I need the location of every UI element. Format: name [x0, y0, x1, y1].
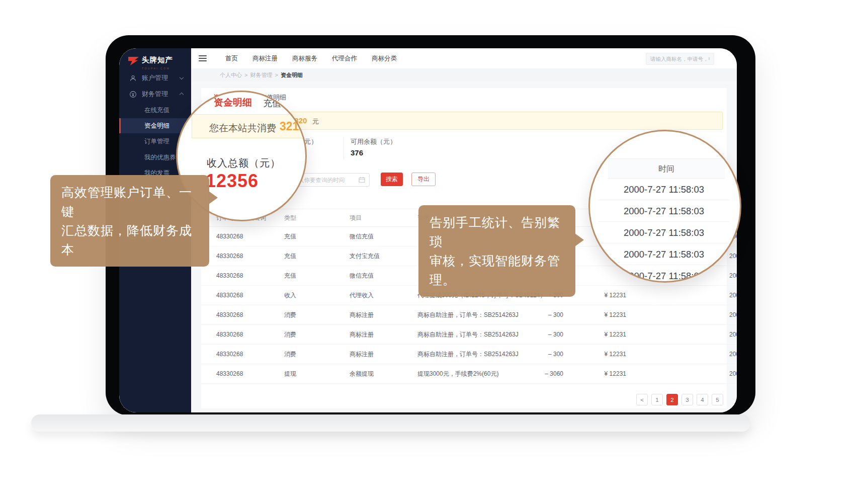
sidebar-item-finance[interactable]: 财务管理 — [119, 87, 191, 102]
magnified-time-row: 2000-7-27 11:58:03 — [598, 243, 730, 265]
user-icon — [129, 74, 137, 82]
sidebar-item-account[interactable]: 账户管理 — [119, 70, 191, 86]
trademark-search-input[interactable] — [646, 53, 714, 65]
magnified-banner: 您在本站共消费 32124 元 — [192, 114, 307, 138]
callout-left: 高效管理账户订单、一键 汇总数据，降低财务成本 — [50, 175, 209, 267]
cell-balance: ¥ 12231 — [581, 351, 626, 358]
magnified-time-row: 2000-7-27 11:58:03 — [598, 200, 730, 222]
sidebar-item-label: 账户管理 — [142, 73, 168, 82]
cell-project: 商标注册 — [350, 330, 374, 339]
chevron-down-icon — [180, 75, 184, 79]
breadcrumb: 个人中心 > 财务管理 > 资金明细 — [191, 68, 737, 81]
cell-desc: 商标自助注册，订单号：SB2514263J — [417, 311, 519, 319]
pagination-page-5[interactable]: 5 — [712, 394, 723, 405]
brand-logo-icon — [128, 57, 139, 65]
cell-project: 微信充值 — [350, 232, 374, 241]
pagination-page-3[interactable]: 3 — [681, 394, 693, 405]
cell-balance: ¥ 12231 — [581, 370, 626, 377]
header-project[interactable]: 项目 — [350, 214, 356, 221]
breadcrumb-separator: > — [275, 72, 278, 78]
nav-item-home[interactable]: 首页 — [225, 54, 238, 63]
cell-amount: – 300 — [518, 331, 563, 338]
pagination-page-4[interactable]: 4 — [697, 394, 708, 405]
table-row: 48330268 提现 余额提现 提现3000元，手续费2%(60元) – 30… — [201, 364, 737, 384]
nav-item-trademark-register[interactable]: 商标注册 — [252, 54, 278, 63]
cell-order: 48330268 — [216, 370, 243, 377]
cell-desc: 商标自助注册，订单号：SB2514263J — [417, 330, 519, 339]
cell-balance: ¥ 12231 — [581, 292, 626, 299]
top-navigation: 首页 商标注册 商标服务 代理合作 商标分类 — [225, 54, 397, 63]
cell-order: 48330268 — [216, 311, 243, 318]
cell-time: 2000-7-27 11:58:03 — [729, 311, 737, 318]
nav-item-trademark-class[interactable]: 商标分类 — [372, 54, 397, 63]
cell-amount: – 3060 — [518, 370, 563, 377]
cell-amount: – 300 — [518, 351, 563, 358]
hamburger-menu-icon[interactable] — [199, 55, 207, 61]
cell-project: 余额提现 — [350, 370, 374, 378]
laptop-base — [31, 414, 750, 432]
cell-amount: – 300 — [518, 311, 563, 318]
cell-order: 48330268 — [216, 292, 243, 299]
breadcrumb-section[interactable]: 财务管理 — [250, 71, 272, 79]
pagination-page-1[interactable]: 1 — [651, 394, 663, 405]
header-type[interactable]: 类型 — [284, 214, 291, 221]
cell-order: 48330268 — [216, 233, 243, 240]
balance-value: 376 — [351, 148, 363, 157]
sidebar-item-recharge[interactable]: 在线充值 — [119, 103, 191, 118]
pagination: < 1 2 3 4 5 — [636, 394, 723, 405]
cell-project: 微信充值 — [350, 272, 374, 280]
magnified-time-row: 2000-7-27 11:58:03 — [598, 179, 730, 200]
cell-type: 充值 — [284, 272, 296, 280]
breadcrumb-home[interactable]: 个人中心 — [220, 71, 242, 79]
brand-name: 头牌知产 — [142, 56, 173, 64]
cell-balance: ¥ 12231 — [581, 331, 626, 338]
table-row: 48330268 消费 商标注册 商标自助注册，订单号：SB2514263J –… — [201, 305, 737, 325]
cell-type: 提现 — [284, 370, 296, 378]
magnifier-circle-time: 时间 2000-7-27 11:58:03 2000-7-27 11:58:03… — [588, 130, 741, 283]
sort-caret-icon[interactable] — [352, 217, 356, 221]
table-row: 48330268 消费 商标注册 商标自助注册，订单号：SB2514263J –… — [201, 345, 737, 364]
cell-type: 消费 — [284, 350, 296, 359]
sort-caret-icon[interactable] — [287, 217, 291, 221]
cell-time: 2000-7-27 11:58:03 — [729, 351, 737, 358]
cell-order: 48330268 — [216, 351, 243, 358]
magnified-time-header: 时间 — [608, 158, 725, 179]
balance-label: 可用余额（元） — [351, 137, 396, 146]
cell-order: 48330268 — [216, 331, 243, 338]
cell-order: 48330268 — [216, 272, 243, 279]
cell-project: 商标注册 — [350, 311, 374, 319]
cell-desc: 提现3000元，手续费2%(60元) — [417, 370, 498, 378]
topbar: 首页 商标注册 商标服务 代理合作 商标分类 — [191, 48, 737, 68]
sidebar-item-label: 财务管理 — [142, 90, 168, 99]
cell-time: 2000-7-27 11:58:03 — [729, 331, 737, 338]
calendar-icon[interactable] — [359, 177, 365, 183]
cell-desc: 商标自助注册，订单号：SB2514263J — [417, 350, 519, 359]
magnified-tab-fund-detail: 资金明细 — [214, 96, 252, 109]
cell-type: 消费 — [284, 311, 296, 319]
magnified-income-value: 12356 — [206, 171, 259, 192]
magnified-time-row: 2000-7-27 11:58:03 — [598, 222, 730, 243]
cell-time: 2000-7-27 11:58:03 — [729, 292, 737, 299]
pagination-page-2-active[interactable]: 2 — [666, 394, 678, 405]
pagination-prev-button[interactable]: < — [636, 394, 648, 405]
cell-type: 充值 — [284, 232, 296, 241]
chevron-up-icon — [180, 93, 184, 97]
breadcrumb-current: 资金明细 — [281, 71, 303, 79]
export-button[interactable]: 导出 — [411, 173, 436, 186]
table-row: 48330268 消费 商标注册 商标自助注册，订单号：SB2514263J –… — [201, 325, 737, 345]
finance-icon — [129, 91, 137, 98]
callout-right: 告别手工统计、告别繁琐 审核，实现智能财务管 理。 — [418, 205, 575, 297]
cell-type: 消费 — [284, 330, 296, 339]
cell-balance: ¥ 12231 — [581, 311, 626, 318]
magnified-banner-text: 您在本站共消费 — [209, 122, 276, 135]
cell-time: 2000-7-27 11:58:03 — [729, 272, 737, 279]
cell-order: 48330268 — [216, 253, 243, 260]
search-button[interactable]: 搜索 — [381, 173, 403, 186]
magnified-income-label: 收入总额（元） — [207, 156, 281, 170]
cell-time: 2000-7-27 11:58:03 — [729, 370, 737, 377]
nav-item-agency[interactable]: 代理合作 — [332, 54, 357, 63]
banner-unit: 元 — [312, 117, 319, 126]
nav-item-trademark-service[interactable]: 商标服务 — [292, 54, 317, 63]
cell-project: 代理收入 — [350, 291, 374, 300]
cell-project: 商标注册 — [350, 350, 374, 359]
